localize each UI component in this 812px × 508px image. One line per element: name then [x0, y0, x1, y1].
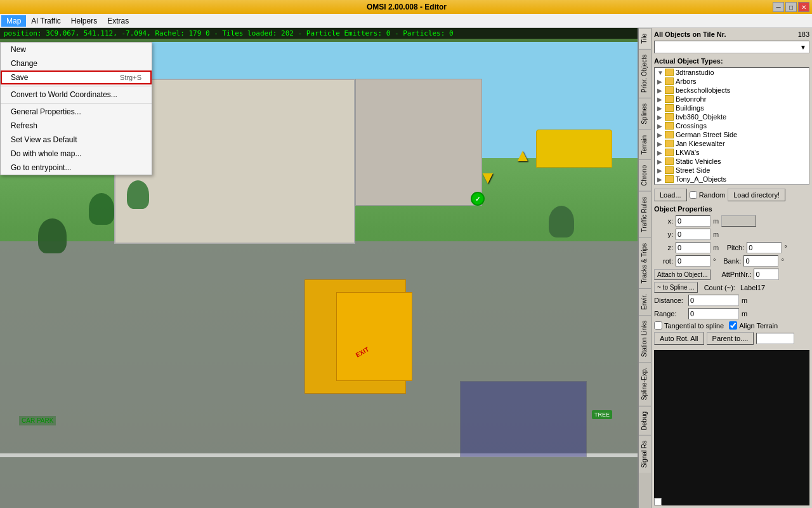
parent-input[interactable]: [756, 333, 794, 344]
titlebar: OMSI 2.00.008 - Editor ─ □ ✕: [0, 0, 812, 14]
vtab-chrono[interactable]: Chrono: [639, 159, 651, 191]
vtab-prior-objects[interactable]: Prior. Objects: [639, 49, 651, 98]
vtab-tracks-trips[interactable]: Tracks & Trips: [639, 237, 651, 289]
tree-item-crossings[interactable]: ▶Crossings: [655, 121, 809, 130]
menu-extras[interactable]: Extras: [102, 15, 134, 27]
menu-item-new[interactable]: New: [1, 43, 152, 57]
tree-item-buildings[interactable]: ▶Buildings: [655, 104, 809, 112]
vtab-envir[interactable]: Envir.: [639, 288, 651, 315]
folder-icon: [665, 175, 674, 183]
folder-icon: [665, 122, 674, 130]
vtab-splines[interactable]: Splines: [639, 98, 651, 130]
bank-degree: °: [781, 257, 783, 265]
vtab-traffic-rules[interactable]: Traffic Rules: [639, 191, 651, 237]
tangential-label: Tangential to spline: [654, 321, 724, 330]
parent-button[interactable]: Parent to....: [707, 332, 754, 345]
tree-item-arbors[interactable]: ▶Arbors: [655, 77, 809, 86]
prop-y-row: y: m: [654, 229, 809, 240]
vtab-station-links[interactable]: Station Links: [639, 315, 651, 362]
bank-input[interactable]: [743, 255, 778, 267]
vtab-tile[interactable]: Tile: [639, 28, 651, 49]
attach-button[interactable]: Attach to Object...: [654, 269, 710, 280]
vtab-terrain[interactable]: Terrain: [639, 130, 651, 160]
tree-item-german-street-side[interactable]: ▶German Street Side: [655, 130, 809, 139]
align-terrain-checkbox[interactable]: [729, 321, 737, 330]
y-input[interactable]: [676, 229, 710, 240]
menu-item-set-view[interactable]: Set View as Default: [1, 133, 152, 147]
small-white-square: [654, 498, 662, 505]
x-label: x:: [654, 217, 673, 225]
folder-icon: [665, 166, 674, 174]
att-pnt-input[interactable]: [754, 269, 779, 280]
menu-item-change[interactable]: Change: [1, 57, 152, 70]
terrain-options-row: Tangential to spline Align Terrain: [654, 321, 809, 330]
menu-helpers[interactable]: Helpers: [66, 15, 102, 27]
object-properties-label: Object Properties: [654, 205, 809, 213]
menu-map[interactable]: Map: [1, 15, 26, 27]
object-select-dropdown[interactable]: ▼: [654, 41, 809, 53]
folder-icon: [665, 69, 674, 76]
rot-input[interactable]: [676, 255, 710, 267]
tangential-checkbox[interactable]: [654, 321, 662, 330]
tree-sign: TREE: [592, 410, 612, 419]
tree-item-beckschollobjects[interactable]: ▶beckschollobjects: [655, 86, 809, 95]
vtab-spline-exp[interactable]: Spline-Exp.: [639, 362, 651, 405]
tree-item-jan-kiesewalter[interactable]: ▶Jan Kiesewalter: [655, 139, 809, 148]
folder-icon: [665, 104, 674, 112]
vtab-signal-rs[interactable]: Signal Rs: [639, 435, 651, 473]
menu-item-go-entry[interactable]: Go to entrypoint...: [1, 161, 152, 175]
load-button[interactable]: Load...: [654, 189, 687, 201]
tree-item-label: Jan Kiesewalter: [676, 140, 806, 147]
tree-item-label: Tony_A_Objects: [676, 175, 806, 183]
object-tree-list[interactable]: ▼3dtranstudio▶Arbors▶beckschollobjects▶B…: [654, 67, 809, 185]
tree-1: [89, 193, 114, 225]
tree-item-label: Arbors: [676, 77, 806, 85]
auto-rot-button[interactable]: Auto Rot. All: [654, 332, 704, 345]
expand-icon: ▶: [657, 78, 665, 85]
menu-item-save[interactable]: Save Strg+S: [1, 70, 152, 84]
range-input[interactable]: [688, 308, 739, 319]
black-bottom-area: [654, 350, 809, 505]
tree-item-betonrohr[interactable]: ▶Betonrohr: [655, 95, 809, 104]
tree-item-3dtranstudio[interactable]: ▼3dtranstudio: [655, 68, 809, 77]
tree-item-static-vehicles[interactable]: ▶Static Vehicles: [655, 157, 809, 166]
expand-icon: ▶: [657, 167, 665, 174]
tree-item-label: beckschollobjects: [676, 86, 806, 94]
tree-item-tony-a-objects[interactable]: ▶Tony_A_Objects: [655, 175, 809, 184]
load-directory-button[interactable]: Load directory!: [728, 189, 785, 201]
tree-item-street-side[interactable]: ▶Street Side: [655, 166, 809, 175]
menubar: Map Al Traffic Helpers Extras New Change…: [0, 14, 812, 28]
tree-item-label: Betonrohr: [676, 95, 806, 103]
vtab-debug[interactable]: Debug: [639, 406, 651, 435]
z-input[interactable]: [676, 242, 710, 253]
map-dropdown-menu: New Change Save Strg+S Convert to World …: [0, 42, 152, 175]
right-panel: Tile Prior. Objects Splines Terrain Chro…: [638, 28, 812, 508]
x-input[interactable]: [676, 215, 710, 227]
pitch-input[interactable]: [747, 242, 782, 253]
parking-area: [460, 381, 587, 457]
menu-separator-1: [1, 86, 152, 86]
menu-item-refresh[interactable]: Refresh: [1, 119, 152, 133]
expand-icon: ▶: [657, 114, 665, 121]
menu-al-traffic[interactable]: Al Traffic: [26, 15, 65, 27]
menu-item-do-with[interactable]: Do with whole map...: [1, 147, 152, 161]
close-button[interactable]: ✕: [798, 2, 809, 12]
count-label: Count (~):: [704, 284, 735, 291]
menu-item-convert[interactable]: Convert to World Coordinates...: [1, 88, 152, 102]
restore-button[interactable]: □: [785, 2, 797, 12]
expand-icon: ▶: [657, 131, 665, 138]
expand-icon: ▼: [657, 69, 665, 76]
menu-item-general[interactable]: General Properties...: [1, 105, 152, 119]
prop-rot-row: rot: ° Bank: °: [654, 255, 809, 267]
count-value: Label17: [740, 284, 765, 291]
tree-item-label: Static Vehicles: [676, 157, 806, 165]
window-title: OMSI 2.00.008 - Editor: [41, 3, 773, 11]
random-checkbox[interactable]: [690, 191, 697, 199]
to-spline-button[interactable]: ~ to Spline ...: [654, 282, 698, 293]
menu-separator-2: [1, 103, 152, 104]
distance-row: Distance: m: [654, 295, 809, 306]
minimize-button[interactable]: ─: [773, 2, 784, 12]
tree-item-bvb360-objekte[interactable]: ▶bvb360_Objekte: [655, 112, 809, 121]
distance-input[interactable]: [688, 295, 739, 306]
tree-item-lkwa-s[interactable]: ▶LKWä's: [655, 148, 809, 157]
